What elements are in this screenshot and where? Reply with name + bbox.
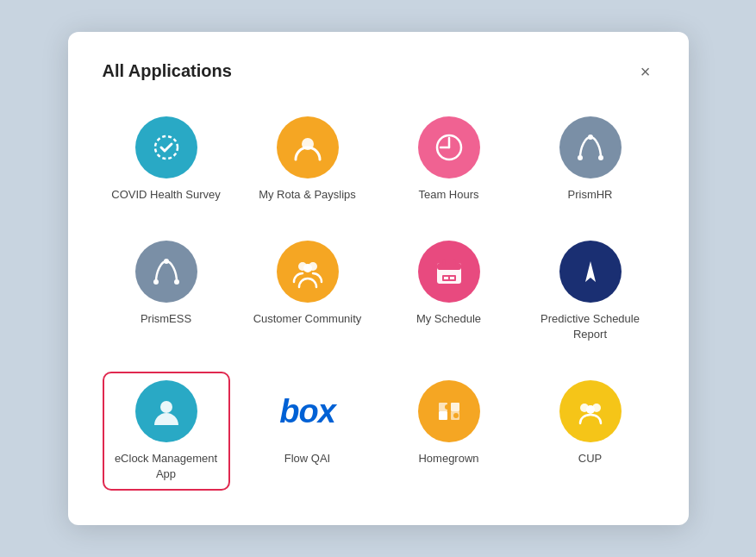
app-icon-cup bbox=[559, 380, 622, 442]
app-label-teamhours: Team Hours bbox=[418, 187, 478, 203]
app-icon-predictive bbox=[559, 241, 622, 303]
app-label-myschedule: My Schedule bbox=[416, 311, 481, 327]
svg-point-33 bbox=[586, 405, 595, 414]
svg-point-6 bbox=[578, 155, 583, 160]
svg-point-10 bbox=[174, 279, 179, 285]
app-item-predictive[interactable]: Predictive Schedule Report bbox=[527, 232, 654, 351]
app-item-myschedule[interactable]: My Schedule bbox=[385, 232, 513, 351]
app-label-predictive: Predictive Schedule Report bbox=[535, 311, 646, 342]
app-icon-flowqai: box bbox=[277, 380, 339, 442]
app-item-prismhr[interactable]: PrismHR bbox=[527, 108, 654, 211]
all-applications-modal: All Applications × COVID Health Survey M… bbox=[68, 32, 689, 526]
app-label-rota: My Rota & Payslips bbox=[259, 187, 356, 203]
app-item-homegrown[interactable]: Homegrown bbox=[385, 372, 513, 491]
app-icon-prismess bbox=[135, 241, 197, 303]
svg-point-7 bbox=[598, 155, 603, 160]
svg-point-24 bbox=[160, 401, 172, 413]
svg-rect-25 bbox=[439, 411, 447, 420]
svg-point-8 bbox=[164, 259, 169, 264]
app-item-eclock[interactable]: eClock Management App bbox=[103, 372, 230, 491]
app-label-covid: COVID Health Survey bbox=[111, 187, 220, 203]
svg-point-29 bbox=[445, 404, 450, 410]
app-icon-homegrown bbox=[418, 380, 480, 442]
app-icon-myschedule bbox=[418, 241, 480, 303]
app-label-prismhr: PrismHR bbox=[568, 187, 613, 203]
app-label-homegrown: Homegrown bbox=[418, 451, 478, 466]
app-icon-prismhr bbox=[559, 116, 622, 178]
svg-point-5 bbox=[588, 135, 593, 140]
app-item-flowqai[interactable]: boxFlow QAI bbox=[244, 372, 372, 491]
svg-rect-26 bbox=[451, 403, 459, 411]
app-icon-teamhours bbox=[418, 116, 480, 178]
box-logo: box bbox=[279, 395, 335, 428]
modal-header: All Applications × bbox=[103, 59, 654, 84]
svg-point-13 bbox=[303, 264, 312, 272]
app-label-prismess: PrismESS bbox=[141, 311, 191, 327]
app-icon-eclock bbox=[135, 380, 197, 442]
app-icon-rota bbox=[277, 116, 339, 178]
svg-marker-23 bbox=[585, 261, 596, 282]
app-label-flowqai: Flow QAI bbox=[284, 451, 330, 466]
app-icon-covid bbox=[135, 116, 197, 178]
app-icon-customer bbox=[277, 241, 339, 303]
close-button[interactable]: × bbox=[637, 59, 654, 84]
app-item-cup[interactable]: CUP bbox=[527, 372, 654, 491]
svg-point-9 bbox=[153, 279, 159, 285]
app-item-teamhours[interactable]: Team Hours bbox=[385, 108, 513, 211]
app-item-covid[interactable]: COVID Health Survey bbox=[103, 108, 230, 211]
app-label-customer: Customer Community bbox=[253, 311, 362, 327]
modal-title: All Applications bbox=[103, 61, 232, 81]
svg-point-30 bbox=[453, 413, 459, 418]
app-item-prismess[interactable]: PrismESS bbox=[103, 232, 230, 351]
app-label-eclock: eClock Management App bbox=[111, 451, 222, 482]
app-item-rota[interactable]: My Rota & Payslips bbox=[244, 108, 372, 211]
apps-grid: COVID Health Survey My Rota & Payslips T… bbox=[103, 108, 654, 491]
app-label-cup: CUP bbox=[578, 451, 602, 466]
app-item-customer[interactable]: Customer Community bbox=[244, 232, 372, 351]
svg-rect-15 bbox=[437, 263, 461, 270]
